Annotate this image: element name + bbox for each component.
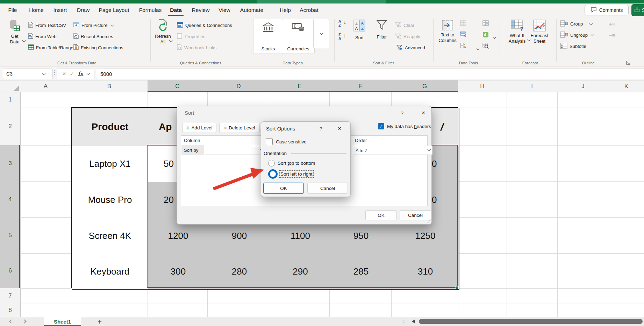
- name-box[interactable]: C3: [3, 69, 53, 79]
- manage-data-model-icon[interactable]: [482, 43, 489, 50]
- tab-insert[interactable]: Insert: [53, 4, 67, 16]
- text-to-columns-button[interactable]: Text to Columns: [438, 20, 457, 43]
- row-header-6[interactable]: 6: [0, 253, 21, 289]
- formula-bar-splitter-icon[interactable]: ⋮: [52, 69, 57, 76]
- col-header-h[interactable]: H: [458, 80, 507, 92]
- row-header-5[interactable]: 5: [0, 217, 21, 254]
- from-picture-button[interactable]: From Picture: [73, 21, 114, 29]
- tab-formulas[interactable]: Formulas: [139, 4, 162, 16]
- currencies-button[interactable]: Currencies: [282, 19, 315, 54]
- tab-file[interactable]: File: [8, 4, 17, 16]
- existing-connections-button[interactable]: Existing Connections: [73, 43, 123, 52]
- col-header-c[interactable]: C: [148, 80, 208, 92]
- col-header-f[interactable]: F: [329, 80, 392, 92]
- group-button[interactable]: Group: [560, 20, 592, 28]
- flash-fill-icon[interactable]: [460, 20, 466, 27]
- col-header-d[interactable]: D: [207, 80, 270, 92]
- get-data-button[interactable]: Get Data: [4, 19, 25, 42]
- sort-ok-button[interactable]: OK: [365, 210, 397, 220]
- delete-level-button[interactable]: × Delete Level: [219, 123, 260, 133]
- sort-by-dropdown[interactable]: [205, 146, 266, 155]
- cell-b5[interactable]: Screen 4K: [72, 218, 149, 255]
- resize-grip-icon[interactable]: [427, 219, 430, 223]
- from-table-range-button[interactable]: From Table/Range: [28, 43, 73, 52]
- cell-d6[interactable]: 280: [208, 254, 271, 290]
- show-detail-icon[interactable]: +≡: [609, 21, 615, 27]
- sort-ascending-button[interactable]: AZ↓: [338, 20, 341, 27]
- consolidate-icon[interactable]: [482, 20, 489, 27]
- tab-draw[interactable]: Draw: [77, 4, 90, 16]
- cell-e6[interactable]: 290: [271, 254, 331, 290]
- what-if-analysis-button[interactable]: ? What-If Analysis: [507, 20, 527, 42]
- queries-connections-button[interactable]: Queries & Connections: [177, 21, 232, 29]
- tab-automate[interactable]: Automate: [240, 4, 263, 16]
- sort-button[interactable]: ZAAZ Sort: [350, 20, 368, 41]
- outline-dialog-launcher-icon[interactable]: [626, 60, 630, 66]
- subtotal-button[interactable]: ++ Subtotal: [560, 42, 586, 50]
- tab-view[interactable]: View: [219, 4, 230, 16]
- row-header-8[interactable]: 8: [0, 304, 21, 317]
- row-header-3[interactable]: 3: [0, 145, 21, 182]
- case-sensitive-option[interactable]: Case sensitive: [266, 138, 307, 145]
- hide-detail-icon[interactable]: −≡: [609, 32, 615, 38]
- cancel-entry-icon[interactable]: ×: [62, 70, 66, 78]
- my-data-has-headers[interactable]: ✓ My data has headers: [378, 123, 431, 129]
- cell-b3[interactable]: Laptop X1: [72, 146, 149, 183]
- col-header-a[interactable]: A: [20, 80, 71, 92]
- row-header-7[interactable]: 7: [0, 288, 21, 304]
- recent-sources-button[interactable]: Recent Sources: [73, 32, 113, 41]
- col-header-k[interactable]: K: [609, 80, 644, 92]
- from-text-csv-button[interactable]: From Text/CSV: [28, 21, 66, 29]
- advanced-filter-button[interactable]: Advanced: [396, 43, 425, 52]
- fill-handle[interactable]: [456, 286, 459, 289]
- col-header-b[interactable]: B: [71, 80, 148, 92]
- data-model-icon[interactable]: [482, 31, 489, 39]
- data-validation-icon[interactable]: ✓⊘: [460, 43, 467, 50]
- filter-button[interactable]: Filter: [373, 20, 391, 40]
- from-web-button[interactable]: From Web: [28, 32, 56, 41]
- order-dropdown[interactable]: A to Z: [353, 146, 433, 155]
- tab-review[interactable]: Review: [192, 4, 210, 16]
- refresh-all-button[interactable]: Refresh All: [152, 19, 173, 42]
- formula-input[interactable]: 5000: [96, 69, 644, 79]
- sort-options-cancel-button[interactable]: Cancel: [307, 183, 348, 194]
- row-header-1[interactable]: 1: [0, 92, 21, 107]
- row-header-4[interactable]: 4: [0, 181, 21, 218]
- workbook-links-button[interactable]: Workbook Links: [177, 43, 216, 52]
- confirm-entry-icon[interactable]: ✓: [70, 71, 74, 77]
- col-header-e[interactable]: E: [270, 80, 330, 92]
- sort-cancel-button[interactable]: Cancel: [400, 210, 431, 220]
- horizontal-scrollbar-thumb[interactable]: [419, 319, 643, 324]
- col-header-g[interactable]: G: [391, 80, 458, 92]
- sort-descending-button[interactable]: ZA↓: [338, 33, 341, 41]
- search-box-sliver[interactable]: [257, 0, 386, 3]
- tab-help[interactable]: Help: [280, 4, 291, 16]
- tab-acrobat[interactable]: Acrobat: [300, 4, 318, 16]
- cell-b6[interactable]: Keyboard: [72, 254, 149, 290]
- sort-dialog-help-icon[interactable]: ?: [397, 108, 407, 118]
- clear-filter-button[interactable]: Clear: [395, 21, 414, 29]
- reapply-filter-button[interactable]: Reapply: [395, 32, 420, 41]
- data-types-gallery-more-button[interactable]: [313, 19, 329, 48]
- col-header-j[interactable]: J: [557, 80, 609, 92]
- cell-b4[interactable]: Mouse Pro: [72, 182, 149, 219]
- add-level-button[interactable]: + Add Level: [182, 123, 216, 133]
- cell-b2[interactable]: Product: [72, 108, 149, 147]
- tab-home[interactable]: Home: [29, 4, 43, 16]
- sort-left-to-right-option-selected[interactable]: Sort left to right: [268, 169, 313, 179]
- tab-page-layout[interactable]: Page Layout: [99, 4, 129, 16]
- ungroup-button[interactable]: Ungroup: [560, 31, 594, 39]
- share-button[interactable]: Share: [631, 4, 644, 16]
- forecast-sheet-button[interactable]: Forecast Sheet: [529, 20, 550, 44]
- remove-duplicates-icon[interactable]: ×: [460, 31, 466, 38]
- properties-button[interactable]: Properties: [177, 32, 205, 41]
- cell-c6[interactable]: 300: [148, 254, 209, 290]
- cell-g6[interactable]: 310: [392, 254, 459, 290]
- add-sheet-icon[interactable]: +: [95, 317, 104, 326]
- sort-options-close-icon[interactable]: ×: [335, 124, 344, 133]
- select-all-corner[interactable]: [0, 80, 20, 92]
- case-sensitive-checkbox-icon[interactable]: [266, 138, 273, 145]
- headers-checkbox-checked-icon[interactable]: ✓: [378, 123, 384, 129]
- comments-button[interactable]: Comments: [585, 5, 629, 15]
- scroll-left-arrow-icon[interactable]: [412, 319, 415, 324]
